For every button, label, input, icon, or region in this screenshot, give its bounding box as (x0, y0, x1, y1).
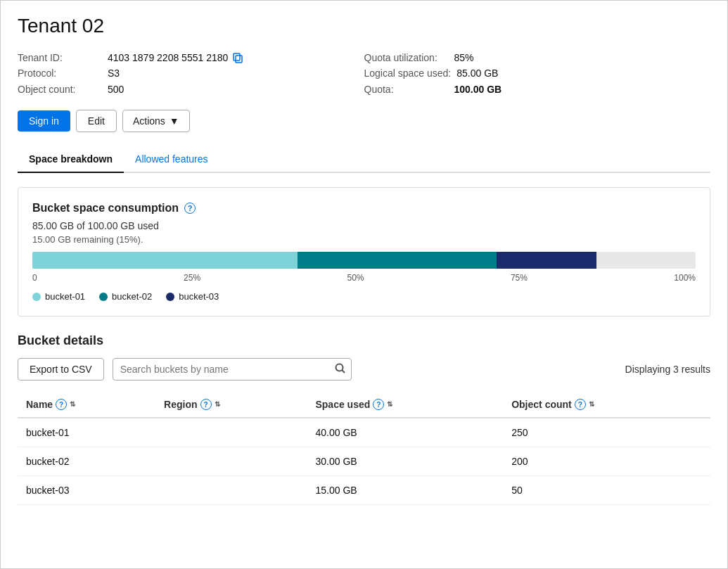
svg-rect-0 (236, 56, 242, 63)
quota-label: Quota: (364, 82, 449, 97)
space-col-help-icon[interactable]: ? (373, 399, 384, 410)
protocol-row: Protocol: S3 (18, 65, 364, 81)
sign-in-button[interactable]: Sign in (18, 110, 70, 132)
bucket-details-title: Bucket details (18, 333, 710, 348)
chart-legend: bucket-01 bucket-02 bucket-03 (32, 291, 696, 302)
logical-space-label: Logical space used: (364, 65, 452, 81)
cell-name: bucket-01 (18, 418, 155, 447)
region-col-help-icon[interactable]: ? (200, 399, 212, 410)
tenant-metadata: Tenant ID: 4103 1879 2208 5551 2180 Prot… (18, 50, 710, 97)
name-col-help-icon[interactable]: ? (56, 399, 67, 410)
progress-segment-bucket02 (298, 252, 497, 269)
bucket-details-section: Bucket details Export to CSV Di (18, 333, 710, 505)
cell-space-used: 40.00 GB (307, 418, 503, 447)
col-header-object-count: Object count ? ⇅ (503, 392, 710, 418)
tab-bar: Space breakdown Allowed features (18, 146, 710, 173)
col-header-space-used: Space used ? ⇅ (307, 392, 503, 418)
cell-region (155, 447, 307, 476)
search-wrapper (113, 358, 352, 381)
table-row: bucket-02 30.00 GB 200 (18, 447, 710, 476)
actions-button[interactable]: Actions ▼ (122, 110, 190, 132)
tab-content: Bucket space consumption ? 85.00 GB of 1… (18, 173, 710, 519)
progress-x-labels: 0 25% 50% 75% 100% (32, 273, 696, 283)
chevron-down-icon: ▼ (170, 115, 179, 127)
col-header-region: Region ? ⇅ (155, 392, 307, 418)
logical-space-value: 85.00 GB (456, 65, 498, 81)
bucket-consumption-card: Bucket space consumption ? 85.00 GB of 1… (18, 187, 710, 317)
logical-space-row: Logical space used: 85.00 GB (364, 65, 711, 81)
protocol-value: S3 (108, 65, 120, 81)
region-sort-icon[interactable]: ⇅ (215, 401, 220, 408)
legend-dot-bucket01 (32, 293, 41, 301)
tenant-id-label: Tenant ID: (18, 50, 102, 65)
table-header-row: Name ? ⇅ Region ? ⇅ (18, 392, 710, 418)
cell-object-count: 50 (503, 476, 710, 505)
buckets-table: Name ? ⇅ Region ? ⇅ (18, 392, 710, 505)
quota-util-label: Quota utilization: (364, 50, 449, 65)
obj-count-col-help-icon[interactable]: ? (575, 399, 586, 410)
progress-bar (32, 252, 696, 269)
cell-space-used: 15.00 GB (307, 476, 503, 505)
table-row: bucket-01 40.00 GB 250 (18, 418, 710, 447)
legend-item-bucket01: bucket-01 (32, 291, 85, 302)
protocol-label: Protocol: (18, 65, 102, 81)
obj-count-sort-icon[interactable]: ⇅ (589, 401, 594, 408)
tab-space-breakdown[interactable]: Space breakdown (18, 146, 124, 173)
cell-name: bucket-02 (18, 447, 155, 476)
tenant-id-value: 4103 1879 2208 5551 2180 (108, 50, 228, 65)
actions-bar: Sign in Edit Actions ▼ (18, 110, 710, 132)
legend-dot-bucket02 (99, 293, 108, 301)
progress-segment-bucket01 (32, 252, 298, 269)
svg-point-2 (336, 364, 343, 371)
svg-line-3 (342, 370, 345, 373)
svg-rect-1 (234, 53, 240, 60)
bucket-table-body: bucket-01 40.00 GB 250 bucket-02 30.00 G… (18, 418, 710, 505)
page-title: Tenant 02 (18, 15, 710, 37)
name-sort-icon[interactable]: ⇅ (70, 401, 75, 408)
object-count-value: 500 (108, 82, 124, 97)
col-header-name: Name ? ⇅ (18, 392, 155, 418)
cell-region (155, 418, 307, 447)
usage-text: 85.00 GB of 100.00 GB used (32, 220, 696, 231)
space-sort-icon[interactable]: ⇅ (387, 401, 392, 408)
progress-segment-bucket03 (497, 252, 596, 269)
object-count-label: Object count: (18, 82, 102, 97)
copy-icon[interactable] (232, 52, 243, 63)
remaining-text: 15.00 GB remaining (15%). (32, 234, 696, 245)
cell-region (155, 476, 307, 505)
results-count: Displaying 3 results (625, 364, 710, 375)
table-row: bucket-03 15.00 GB 50 (18, 476, 710, 505)
search-button[interactable] (335, 363, 346, 376)
legend-dot-bucket03 (166, 293, 174, 301)
cell-object-count: 250 (503, 418, 710, 447)
quota-util-row: Quota utilization: 85% (364, 50, 711, 65)
legend-item-bucket03: bucket-03 (166, 291, 219, 302)
legend-item-bucket02: bucket-02 (99, 291, 152, 302)
object-count-row: Object count: 500 (18, 82, 364, 97)
search-input[interactable] (113, 358, 352, 381)
edit-button[interactable]: Edit (76, 110, 117, 132)
cell-object-count: 200 (503, 447, 710, 476)
quota-value: 100.00 GB (454, 82, 502, 97)
export-csv-button[interactable]: Export to CSV (18, 358, 104, 381)
cell-name: bucket-03 (18, 476, 155, 505)
quota-util-value: 85% (454, 50, 474, 65)
cell-space-used: 30.00 GB (307, 447, 503, 476)
tab-allowed-features[interactable]: Allowed features (124, 146, 219, 173)
card-title: Bucket space consumption ? (32, 202, 696, 215)
bucket-toolbar: Export to CSV Displaying 3 results (18, 358, 710, 381)
quota-row: Quota: 100.00 GB (364, 82, 711, 97)
tenant-id-row: Tenant ID: 4103 1879 2208 5551 2180 (18, 50, 364, 65)
help-icon[interactable]: ? (184, 203, 196, 214)
bucket-toolbar-left: Export to CSV (18, 358, 352, 381)
